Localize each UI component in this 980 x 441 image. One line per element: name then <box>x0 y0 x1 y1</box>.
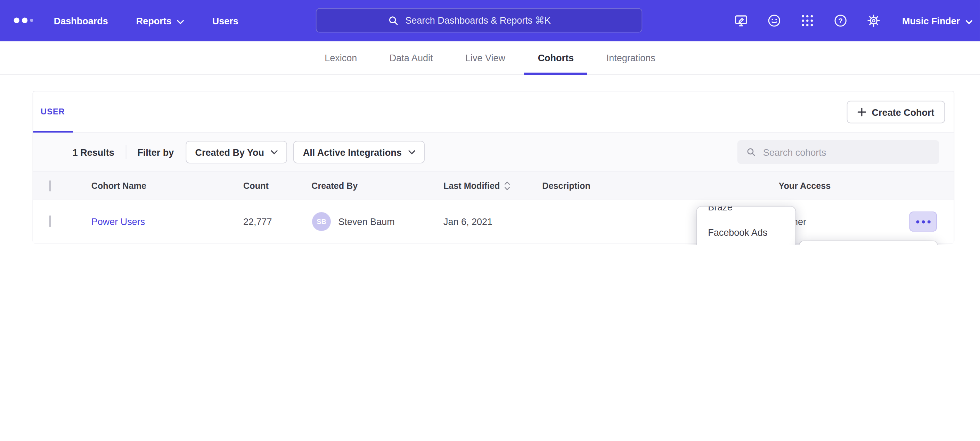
row-more-actions-button[interactable] <box>910 211 937 232</box>
tab-data-audit[interactable]: Data Audit <box>390 42 433 74</box>
apps-grid-icon[interactable] <box>800 13 815 28</box>
global-search <box>316 8 642 32</box>
filter-bar: 1 Results Filter by Created By You All A… <box>33 133 954 172</box>
menu-item-view-users[interactable]: View Users <box>799 245 938 245</box>
tab-integrations[interactable]: Integrations <box>606 42 655 74</box>
cohort-search <box>737 140 939 164</box>
cohorts-card-header: USER Create Cohort <box>33 91 954 133</box>
creator-name: Steven Baum <box>339 216 395 227</box>
table-row: Power Users 22,777 SB Steven Baum Jan 6,… <box>33 200 954 243</box>
cohorts-page: Dashboards Reports Users <box>0 0 980 245</box>
divider <box>126 145 126 159</box>
creator-avatar: SB <box>312 212 331 231</box>
dot-icon <box>922 220 925 223</box>
help-icon[interactable]: ? <box>834 13 848 28</box>
header-last-modified-label: Last Modified <box>444 181 500 191</box>
nav-item-users[interactable]: Users <box>212 15 239 26</box>
header-your-access: Your Access <box>779 181 831 191</box>
row-checkbox[interactable] <box>49 215 51 227</box>
create-cohort-label: Create Cohort <box>872 107 934 118</box>
nav-item-reports-label: Reports <box>136 15 172 26</box>
row-actions-menu: View Users Visualize Trend Refresh Count… <box>799 241 938 245</box>
header-cohort-name: Cohort Name <box>91 181 146 191</box>
nav-item-dashboards[interactable]: Dashboards <box>54 15 108 26</box>
primary-nav: Dashboards Reports Users <box>54 0 239 42</box>
top-navbar: Dashboards Reports Users <box>0 0 980 42</box>
chevron-down-icon <box>177 15 184 26</box>
chevron-down-icon <box>966 15 973 26</box>
last-modified-value: Jan 6, 2021 <box>444 216 492 227</box>
global-search-input[interactable] <box>405 15 571 26</box>
header-count: Count <box>243 181 269 191</box>
settings-gear-icon[interactable] <box>866 13 881 28</box>
export-destinations-menu: Braze Facebook Ads Google Adwords Iterab… <box>697 206 795 245</box>
plus-icon <box>858 108 866 117</box>
created-by-filter-dropdown[interactable]: Created By You <box>186 141 287 163</box>
feedback-smiley-icon[interactable] <box>767 13 782 28</box>
tab-cohorts[interactable]: Cohorts <box>538 42 574 74</box>
svg-text:?: ? <box>838 17 843 25</box>
cohorts-card: USER Create Cohort 1 Results Filter by C… <box>33 91 955 243</box>
dot-icon <box>916 220 919 223</box>
tab-lexicon[interactable]: Lexicon <box>325 42 357 74</box>
results-count: 1 Results <box>73 147 115 158</box>
tab-live-view[interactable]: Live View <box>465 42 505 74</box>
section-tabs: Lexicon Data Audit Live View Cohorts Int… <box>0 42 980 75</box>
project-name: Music Finder <box>902 15 960 26</box>
header-last-modified[interactable]: Last Modified <box>444 181 511 191</box>
integrations-filter-dropdown[interactable]: All Active Integrations <box>294 141 425 163</box>
monitor-edit-icon[interactable] <box>734 13 749 28</box>
menu-item-facebook-ads[interactable]: Facebook Ads <box>697 220 795 245</box>
nav-item-reports[interactable]: Reports <box>136 15 184 26</box>
dot-icon <box>927 220 930 223</box>
search-icon <box>745 146 757 158</box>
search-icon <box>387 14 399 26</box>
menu-item-braze[interactable]: Braze <box>697 206 795 220</box>
topnav-right: ? Music Finder <box>734 0 973 42</box>
created-by-filter-value: Created By You <box>195 147 264 158</box>
select-all-checkbox[interactable] <box>49 180 51 191</box>
header-description: Description <box>542 181 590 191</box>
cohort-name-link[interactable]: Power Users <box>91 216 145 227</box>
tab-user-cohorts[interactable]: USER <box>33 91 73 132</box>
chevron-down-icon <box>408 150 415 154</box>
cohort-search-input[interactable] <box>763 147 931 158</box>
brand-logo-icon[interactable] <box>14 18 33 23</box>
header-created-by: Created By <box>311 181 358 191</box>
sort-icon <box>504 181 511 191</box>
cohort-count: 22,777 <box>243 216 272 227</box>
chevron-down-icon <box>271 150 278 154</box>
filter-by-label: Filter by <box>137 147 174 158</box>
table-header-row: Cohort Name Count Created By Last Modifi… <box>33 171 954 200</box>
project-switcher[interactable]: Music Finder <box>902 15 972 26</box>
create-cohort-button[interactable]: Create Cohort <box>847 101 945 123</box>
integrations-filter-value: All Active Integrations <box>303 147 402 158</box>
